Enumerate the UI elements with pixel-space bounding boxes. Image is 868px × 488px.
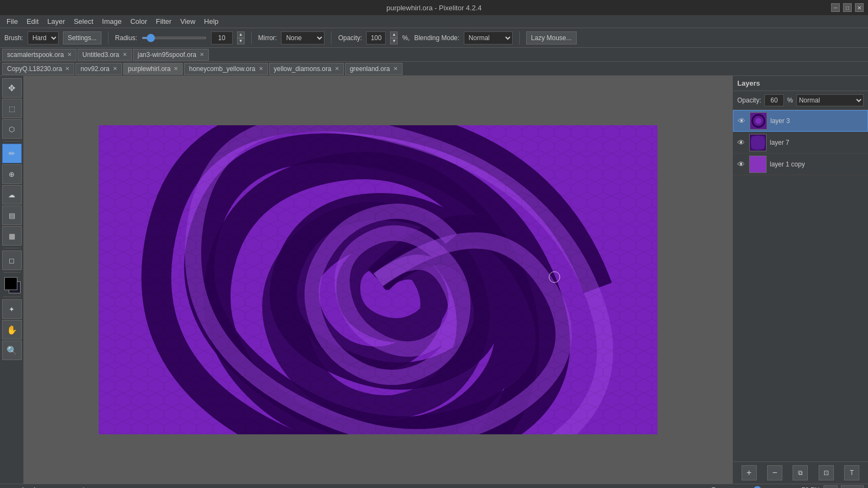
layer7-visibility-icon[interactable]: 👁 bbox=[736, 138, 746, 147]
layers-opacity-label: Opacity: bbox=[737, 97, 761, 104]
tab-yellow-diamons-close[interactable]: ✕ bbox=[335, 66, 339, 72]
opacity-up[interactable]: ▲ bbox=[390, 31, 398, 38]
layer-item-layer1copy[interactable]: 👁 layer 1 copy bbox=[733, 153, 868, 175]
tab-purplewhirl[interactable]: purplewhirl.ora ✕ bbox=[123, 63, 183, 75]
brush-label: Brush: bbox=[4, 34, 23, 42]
tab-nov92-label: nov92.ora bbox=[80, 65, 109, 73]
tool-gradient[interactable]: ▦ bbox=[2, 226, 22, 246]
tool-hand[interactable]: ✋ bbox=[2, 320, 22, 339]
tool-zoom[interactable]: 🔍 bbox=[2, 341, 22, 360]
menu-edit[interactable]: Edit bbox=[22, 16, 43, 27]
tab-scamalertspook[interactable]: scamalertspook.ora ✕ bbox=[2, 49, 76, 61]
tab-greenland[interactable]: greenland.ora ✕ bbox=[345, 63, 403, 75]
tab-yellow-diamons[interactable]: yellow_diamons.ora ✕ bbox=[269, 63, 344, 75]
layer1copy-thumbnail bbox=[749, 156, 767, 173]
duplicate-layer-button[interactable]: ⧉ bbox=[793, 465, 808, 480]
canvas-wrapper bbox=[99, 125, 658, 434]
menu-layer[interactable]: Layer bbox=[43, 16, 69, 27]
layer7-name: layer 7 bbox=[770, 139, 865, 146]
opacity-input[interactable] bbox=[366, 31, 386, 44]
file-tabs-row2: CopyQ.L18230.ora ✕ nov92.ora ✕ purplewhi… bbox=[0, 62, 868, 76]
zoom-section: Zoom: 70.7% Fit 100% bbox=[712, 485, 864, 489]
tool-eraser[interactable]: ◻ bbox=[2, 251, 22, 270]
tab-honeycomb-close[interactable]: ✕ bbox=[259, 66, 263, 72]
statusbar: greenland.ora was opened. Zoom: 70.7% Fi… bbox=[0, 484, 868, 488]
tab-nov92[interactable]: nov92.ora ✕ bbox=[75, 63, 122, 75]
layers-actions: + − ⧉ ⊡ T bbox=[733, 461, 868, 484]
text-layer-button[interactable]: T bbox=[844, 465, 859, 480]
delete-layer-button[interactable]: − bbox=[767, 465, 782, 480]
zoom-slider[interactable] bbox=[733, 486, 799, 489]
layer3-visibility-icon[interactable]: 👁 bbox=[737, 116, 746, 126]
toolbar: Brush: Hard Soft Settings... Radius: ▲ ▼… bbox=[0, 28, 868, 48]
tool-move[interactable]: ✥ bbox=[2, 78, 22, 98]
tool-paint-bucket[interactable]: ▤ bbox=[2, 206, 22, 225]
tab-scamalertspook-close[interactable]: ✕ bbox=[67, 52, 72, 57]
status-file: greenland.ora bbox=[4, 486, 47, 489]
menu-color[interactable]: Color bbox=[126, 16, 151, 27]
layers-opacity-input[interactable] bbox=[764, 94, 784, 106]
maximize-button[interactable]: □ bbox=[843, 3, 852, 12]
opacity-down[interactable]: ▼ bbox=[390, 38, 398, 44]
zoom-100-button[interactable]: 100% bbox=[841, 485, 864, 489]
radius-input[interactable] bbox=[211, 31, 233, 44]
layer1copy-visibility-icon[interactable]: 👁 bbox=[736, 159, 746, 169]
radius-down[interactable]: ▼ bbox=[237, 38, 245, 44]
canvas-image bbox=[99, 125, 658, 434]
window-controls: ─ □ ✕ bbox=[831, 3, 864, 12]
opacity-label: Opacity: bbox=[338, 34, 362, 42]
tool-lasso[interactable]: ⬡ bbox=[2, 119, 22, 139]
tab-untitled3[interactable]: Untitled3.ora ✕ bbox=[78, 49, 132, 61]
merge-layer-button[interactable]: ⊡ bbox=[819, 465, 834, 480]
radius-slider-wrap bbox=[142, 37, 207, 39]
tool-eyedropper[interactable]: ✦ bbox=[2, 299, 22, 319]
menu-image[interactable]: Image bbox=[98, 16, 126, 27]
tool-clone[interactable]: ⊕ bbox=[2, 164, 22, 184]
tool-sep3 bbox=[3, 272, 21, 273]
tab-purplewhirl-label: purplewhirl.ora bbox=[128, 65, 171, 73]
tab-copyq[interactable]: CopyQ.L18230.ora ✕ bbox=[2, 63, 74, 75]
tab-untitled3-close[interactable]: ✕ bbox=[123, 52, 127, 57]
tab-copyq-close[interactable]: ✕ bbox=[65, 66, 69, 72]
svg-rect-2 bbox=[99, 125, 658, 434]
blend-mode-select[interactable]: Normal Multiply Screen bbox=[464, 31, 513, 44]
tool-brush[interactable]: ✏ bbox=[2, 144, 22, 163]
canvas-area[interactable] bbox=[24, 76, 732, 484]
menu-view[interactable]: View bbox=[176, 16, 200, 27]
layer1copy-name: layer 1 copy bbox=[770, 160, 865, 168]
add-layer-button[interactable]: + bbox=[742, 465, 757, 480]
menu-file[interactable]: File bbox=[2, 16, 22, 27]
settings-button[interactable]: Settings... bbox=[63, 31, 101, 44]
brush-type-select[interactable]: Hard Soft bbox=[28, 31, 59, 44]
mirror-select[interactable]: None Horizontal Vertical bbox=[281, 31, 324, 44]
fit-button[interactable]: Fit bbox=[824, 485, 838, 489]
radius-slider[interactable] bbox=[142, 37, 207, 39]
tab-jan3-label: jan3-win95spoof.ora bbox=[138, 51, 196, 59]
tool-select-rect[interactable]: ⬚ bbox=[2, 99, 22, 118]
layers-list: 👁 layer 3 👁 bbox=[733, 110, 868, 461]
radius-spinner: ▲ ▼ bbox=[237, 31, 245, 44]
tool-sep2 bbox=[3, 248, 21, 248]
tab-greenland-close[interactable]: ✕ bbox=[393, 66, 398, 72]
tab-honeycomb[interactable]: honeycomb_yellow.ora ✕ bbox=[184, 63, 267, 75]
fg-color-swatch[interactable] bbox=[4, 277, 17, 290]
layers-blend-select[interactable]: Normal Multiply Screen bbox=[796, 94, 864, 106]
opacity-unit: %, bbox=[402, 34, 410, 42]
radius-up[interactable]: ▲ bbox=[237, 31, 245, 38]
close-button[interactable]: ✕ bbox=[855, 3, 864, 12]
lazy-mouse-button[interactable]: Lazy Mouse... bbox=[526, 31, 577, 44]
menu-help[interactable]: Help bbox=[200, 16, 223, 27]
layer-item-layer3[interactable]: 👁 layer 3 bbox=[733, 110, 868, 132]
sep4 bbox=[519, 31, 520, 44]
menu-select[interactable]: Select bbox=[69, 16, 98, 27]
tab-nov92-close[interactable]: ✕ bbox=[113, 66, 117, 72]
layer-item-layer7[interactable]: 👁 layer 7 bbox=[733, 132, 868, 153]
tab-jan3-close[interactable]: ✕ bbox=[200, 52, 204, 57]
tab-jan3[interactable]: jan3-win95spoof.ora ✕ bbox=[133, 49, 209, 61]
tab-purplewhirl-close[interactable]: ✕ bbox=[174, 66, 178, 72]
tool-smudge[interactable]: ☁ bbox=[2, 185, 22, 204]
minimize-button[interactable]: ─ bbox=[831, 3, 840, 12]
layer3-thumbnail bbox=[750, 112, 767, 130]
status-text: was opened. bbox=[49, 486, 86, 489]
menu-filter[interactable]: Filter bbox=[151, 16, 176, 27]
